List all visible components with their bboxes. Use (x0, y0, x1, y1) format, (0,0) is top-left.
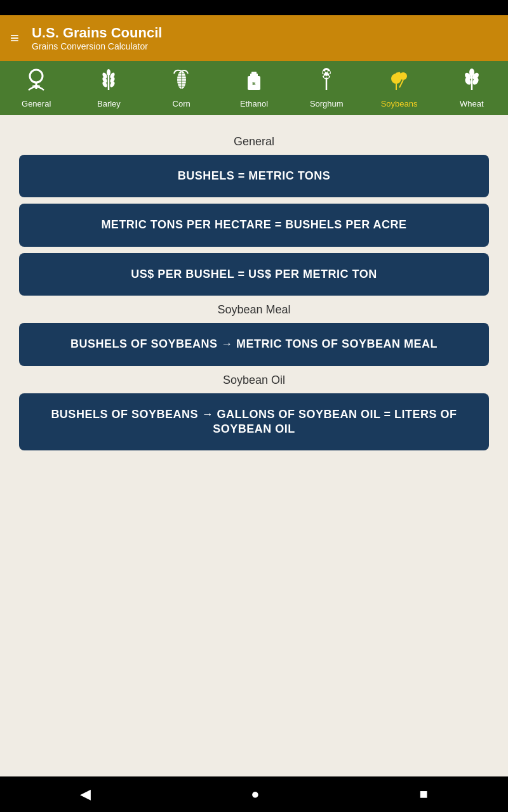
app-subtitle: Grains Conversion Calculator (32, 41, 162, 51)
back-button[interactable]: ◀ (67, 781, 104, 808)
nav-label-soybeans: Soybeans (381, 99, 418, 108)
svg-rect-19 (251, 72, 257, 74)
svg-point-23 (323, 71, 325, 74)
svg-point-8 (109, 81, 116, 88)
nav-label-general: General (22, 99, 51, 108)
svg-text:E: E (252, 81, 256, 86)
nav-label-corn: Corn (173, 99, 190, 108)
status-bar (0, 0, 508, 15)
nav-item-sorghum[interactable]: Sorghum (290, 61, 363, 115)
bushels-soybeans-oil-btn[interactable]: BUSHELS OF SOYBEANS → GALLONS OF SOYBEAN… (19, 393, 489, 451)
bushels-soybeans-meal-btn[interactable]: BUSHELS OF SOYBEANS → METRIC TONS OF SOY… (19, 323, 489, 365)
nav-item-corn[interactable]: Corn (145, 61, 218, 115)
nav-label-wheat: Wheat (460, 99, 484, 108)
general-icon (23, 67, 49, 96)
bushels-metric-tons-btn[interactable]: BUSHELS = METRIC TONS (19, 155, 489, 197)
svg-point-2 (107, 69, 110, 75)
soybeans-icon (387, 67, 412, 96)
general-section-label: General (19, 135, 489, 148)
home-button[interactable]: ● (238, 781, 272, 808)
app-title: U.S. Grains Council (32, 25, 162, 41)
svg-point-29 (326, 75, 329, 78)
nav-bar: General Barley (0, 61, 508, 115)
menu-icon[interactable]: ≡ (10, 29, 19, 47)
svg-point-27 (329, 74, 331, 76)
svg-point-7 (102, 81, 108, 88)
header-text: U.S. Grains Council Grains Conversion Ca… (32, 25, 162, 51)
app-header: ≡ U.S. Grains Council Grains Conversion … (0, 15, 508, 61)
nav-item-soybeans[interactable]: Soybeans (363, 61, 435, 115)
svg-point-26 (321, 74, 324, 76)
svg-point-28 (324, 75, 326, 78)
nav-item-barley[interactable]: Barley (72, 61, 145, 115)
nav-item-wheat[interactable]: Wheat (436, 61, 508, 115)
barley-icon (96, 67, 121, 96)
sorghum-icon (314, 67, 339, 96)
svg-point-24 (325, 70, 328, 72)
nav-label-ethanol: Ethanol (240, 99, 268, 108)
nav-item-ethanol[interactable]: E Ethanol (218, 61, 290, 115)
usd-per-bushel-btn[interactable]: US$ PER BUSHEL = US$ PER METRIC TON (19, 253, 489, 296)
wheat-icon (459, 67, 485, 96)
nav-item-general[interactable]: General (0, 61, 72, 115)
bottom-nav: ◀ ● ■ (0, 776, 508, 812)
main-content: General BUSHELS = METRIC TONS METRIC TON… (0, 115, 508, 776)
svg-point-25 (328, 71, 330, 74)
svg-point-0 (30, 70, 43, 82)
svg-point-22 (322, 68, 331, 79)
nav-label-sorghum: Sorghum (310, 99, 344, 108)
recents-button[interactable]: ■ (407, 781, 441, 808)
ethanol-icon: E (241, 67, 267, 96)
nav-label-barley: Barley (97, 99, 121, 108)
soybean-oil-section-label: Soybean Oil (19, 374, 489, 387)
metric-tons-hectare-btn[interactable]: METRIC TONS PER HECTARE = BUSHELS PER AC… (19, 204, 489, 246)
soybean-meal-section-label: Soybean Meal (19, 303, 489, 317)
corn-icon (169, 67, 194, 96)
